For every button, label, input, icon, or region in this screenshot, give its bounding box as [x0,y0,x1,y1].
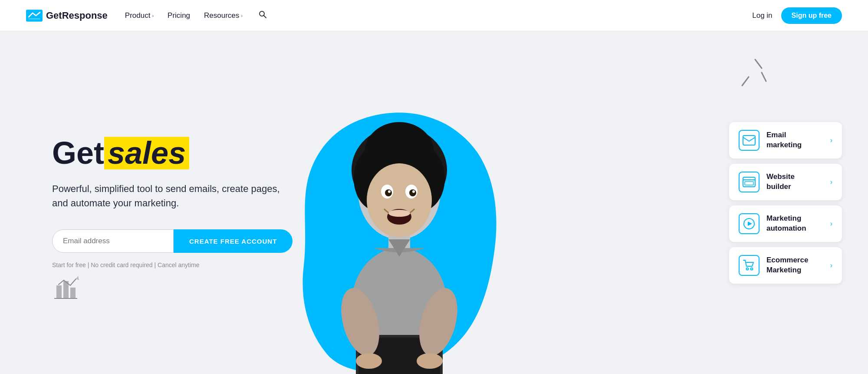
automation-card-arrow-icon: › [830,220,832,228]
hero-subtext: Powerful, simplified tool to send emails… [52,182,286,210]
envelope-icon [743,135,756,146]
automation-icon [743,217,756,230]
hero-form: CREATE FREE ACCOUNT [52,229,293,253]
feature-card-website[interactable]: Websitebuilder › [729,164,842,200]
feature-cards: Emailmarketing › Websitebuilder › [729,122,842,284]
svg-line-30 [742,77,749,86]
hero-section: Getsales Powerful, simplified tool to se… [0,31,868,374]
svg-point-16 [388,190,391,193]
svg-point-38 [751,268,753,270]
hero-illustration [291,70,508,374]
hero-headline: Getsales [52,137,293,170]
svg-line-29 [762,73,766,81]
nav-product[interactable]: Product › [125,11,154,20]
email-card-icon [739,130,760,151]
svg-point-26 [417,353,443,369]
svg-line-2 [264,16,266,18]
feature-card-email[interactable]: Emailmarketing › [729,122,842,159]
product-chevron-icon: › [152,13,154,18]
svg-point-14 [385,189,392,196]
nav-pricing[interactable]: Pricing [168,11,190,20]
ecommerce-card-arrow-icon: › [830,261,832,269]
cart-icon [743,259,756,271]
logo-text: GetResponse [46,10,108,21]
svg-point-37 [746,268,749,270]
feature-card-ecommerce[interactable]: EcommerceMarketing › [729,247,842,284]
logo[interactable]: GetResponse [26,10,108,22]
nav-right: Log in Sign up free [752,7,842,24]
search-icon [258,10,267,19]
dash-decoration [738,57,773,103]
login-link[interactable]: Log in [752,11,772,20]
svg-point-19 [388,210,410,217]
automation-card-icon [739,213,760,234]
search-button[interactable] [256,8,269,23]
hero-disclaimer: Start for free | No credit card required… [52,261,293,268]
feature-card-automation[interactable]: Marketingautomation › [729,205,842,242]
person-image [317,105,482,374]
svg-point-11 [367,163,432,237]
svg-point-25 [356,353,382,369]
cta-button[interactable]: CREATE FREE ACCOUNT [174,229,293,253]
website-card-arrow-icon: › [830,178,832,186]
signup-button[interactable]: Sign up free [781,7,842,24]
chart-icon [52,272,82,303]
automation-card-label: Marketingautomation [766,214,806,233]
hero-highlight: sales [104,137,189,170]
website-card-label: Websitebuilder [766,172,795,191]
ecommerce-card-label: EcommerceMarketing [766,255,808,275]
email-input[interactable] [52,229,174,253]
email-card-label: Emailmarketing [766,130,802,149]
ecommerce-card-icon [739,255,760,276]
svg-marker-36 [748,222,752,226]
svg-point-15 [409,189,416,196]
dash-lines-icon [738,57,773,101]
svg-marker-27 [76,276,79,280]
nav-links: Product › Pricing Resources › [125,8,752,23]
browser-icon [743,177,756,187]
svg-line-28 [755,60,762,68]
chart-decoration [52,272,82,304]
hero-left: Getsales Powerful, simplified tool to se… [52,137,293,295]
resources-chevron-icon: › [241,13,243,18]
svg-rect-34 [745,182,753,185]
svg-rect-31 [743,136,755,145]
svg-rect-0 [26,10,43,21]
nav-resources[interactable]: Resources › [204,11,243,20]
email-card-arrow-icon: › [830,136,832,144]
navigation: GetResponse Product › Pricing Resources … [0,0,868,31]
website-card-icon [739,172,760,192]
svg-point-17 [412,190,415,193]
